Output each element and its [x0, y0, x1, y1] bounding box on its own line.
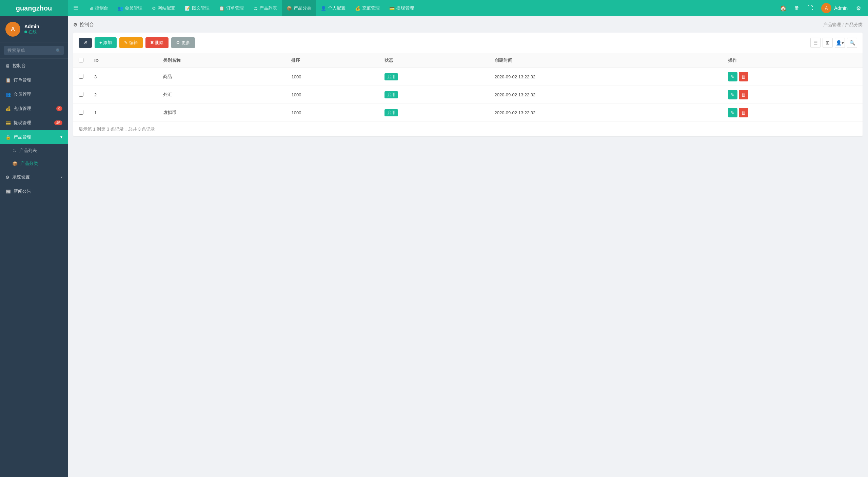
- table-search-icon[interactable]: 🔍: [847, 38, 857, 48]
- home-icon[interactable]: 🏠: [777, 2, 789, 14]
- breadcrumb-left: ⚙ 控制台: [73, 22, 94, 28]
- breadcrumb-current: 产品分类: [845, 22, 863, 28]
- row-checkbox-cell: [73, 86, 89, 104]
- row-created: 2020-09-02 13:22:32: [489, 86, 723, 104]
- edit-row-button[interactable]: ✎: [728, 108, 737, 117]
- list-view-icon[interactable]: ☰: [810, 38, 821, 48]
- search-icon[interactable]: 🔍: [56, 48, 61, 53]
- header-checkbox-col: [73, 53, 89, 68]
- header-actions: 操作: [723, 53, 863, 68]
- row-id: 1: [89, 104, 158, 122]
- nav-item-personal-config[interactable]: 👤 个人配置: [316, 0, 350, 16]
- settings-icon[interactable]: ⚙: [852, 2, 865, 14]
- header-status: 状态: [379, 53, 489, 68]
- row-checkbox[interactable]: [79, 92, 83, 97]
- table-row: 3 商品 1000 启用 2020-09-02 13:22:32 ✎ 🗑: [73, 68, 863, 86]
- table-row: 1 虚拟币 1000 启用 2020-09-02 13:22:32 ✎ 🗑: [73, 104, 863, 122]
- sidebar-item-product-list[interactable]: 🗂 产品列表: [0, 144, 68, 157]
- breadcrumb-separator: /: [842, 22, 844, 27]
- status-badge: 启用: [384, 109, 398, 116]
- toolbar-left: ↺ + 添加 ✎ 编辑 ✖ 删除 ⚙ 更多: [79, 37, 195, 48]
- table-header-row: ID 类别名称 排序 状态 创建时间 操作: [73, 53, 863, 68]
- sidebar-status: 在线: [24, 29, 39, 35]
- row-created: 2020-09-02 13:22:32: [489, 68, 723, 86]
- row-id: 3: [89, 68, 158, 86]
- row-checkbox[interactable]: [79, 74, 83, 79]
- sidebar-item-system-settings[interactable]: ⚙ 系统设置 ‹: [0, 170, 68, 184]
- add-button[interactable]: + 添加: [95, 37, 117, 48]
- nav-item-withdrawal[interactable]: 💳 提现管理: [384, 0, 419, 16]
- refresh-icon: ↺: [83, 40, 87, 45]
- delete-row-button[interactable]: 🗑: [739, 90, 748, 99]
- refresh-button[interactable]: ↺: [79, 38, 92, 48]
- header-name: 类别名称: [158, 53, 286, 68]
- nav-toggle-button[interactable]: ☰: [68, 4, 84, 12]
- sidebar-item-product-category[interactable]: 📦 产品分类: [0, 157, 68, 170]
- delete-row-button[interactable]: 🗑: [739, 72, 748, 81]
- row-checkbox[interactable]: [79, 110, 83, 115]
- status-badge: 启用: [384, 91, 398, 98]
- admin-profile[interactable]: A Admin: [818, 3, 851, 13]
- breadcrumb-product-mgmt[interactable]: 产品管理: [823, 22, 841, 28]
- nav-item-member[interactable]: 👥 会员管理: [113, 0, 147, 16]
- row-actions: ✎ 🗑: [723, 68, 863, 86]
- nav-item-console[interactable]: 🖥 控制台: [84, 0, 113, 16]
- toolbar-right: ☰ ⊞ 👤▾ 🔍: [810, 38, 857, 48]
- row-created: 2020-09-02 13:22:32: [489, 104, 723, 122]
- nav-item-site-config[interactable]: ⚙ 网站配置: [147, 0, 180, 16]
- breadcrumb-right: 产品管理 / 产品分类: [823, 22, 863, 28]
- row-name: 虚拟币: [158, 104, 286, 122]
- edit-row-button[interactable]: ✎: [728, 90, 737, 99]
- edit-row-button[interactable]: ✎: [728, 72, 737, 81]
- table-toolbar: ↺ + 添加 ✎ 编辑 ✖ 删除 ⚙ 更多 ☰: [73, 33, 863, 53]
- row-sort: 1000: [286, 104, 379, 122]
- sidebar-item-recharge[interactable]: 💰 充值管理 0: [0, 101, 68, 116]
- row-checkbox-cell: [73, 68, 89, 86]
- nav-item-product-category[interactable]: 📦 产品分类: [282, 0, 316, 16]
- table-body: 3 商品 1000 启用 2020-09-02 13:22:32 ✎ 🗑 2 外…: [73, 68, 863, 122]
- row-name: 商品: [158, 68, 286, 86]
- nav-item-product-list[interactable]: 🗂 产品列表: [249, 0, 282, 16]
- status-dot: [24, 31, 27, 33]
- search-input[interactable]: [4, 46, 64, 55]
- system-settings-arrow: ‹: [61, 175, 62, 179]
- sidebar-menu: 🖥 控制台 📋 订单管理 👥 会员管理 💰 充值管理 0 💳 提现管理 45: [0, 59, 68, 477]
- edit-button[interactable]: ✎ 编辑: [119, 37, 143, 48]
- select-all-checkbox[interactable]: [79, 58, 83, 62]
- sidebar-item-orders[interactable]: 📋 订单管理: [0, 73, 68, 87]
- nav-item-recharge[interactable]: 💰 充值管理: [350, 0, 384, 16]
- row-sort: 1000: [286, 68, 379, 86]
- nav-item-orders[interactable]: 📋 订单管理: [214, 0, 249, 16]
- delete-row-button[interactable]: 🗑: [739, 108, 748, 117]
- status-badge: 启用: [384, 73, 398, 80]
- row-actions: ✎ 🗑: [723, 104, 863, 122]
- row-status: 启用: [379, 104, 489, 122]
- sidebar-item-news[interactable]: 📰 新闻公告: [0, 184, 68, 198]
- nav-right-actions: 🏠 🗑 ⛶ A Admin ⚙: [777, 2, 868, 14]
- sidebar-avatar: A: [5, 22, 20, 37]
- header-created: 创建时间: [489, 53, 723, 68]
- nav-item-content[interactable]: 📝 图文管理: [180, 0, 214, 16]
- sidebar-item-withdrawal[interactable]: 💳 提现管理 45: [0, 116, 68, 130]
- main-content: ⚙ 控制台 产品管理 / 产品分类 ↺ + 添加: [68, 16, 868, 477]
- row-actions: ✎ 🗑: [723, 86, 863, 104]
- trash-icon[interactable]: 🗑: [791, 2, 803, 14]
- sidebar-item-console[interactable]: 🖥 控制台: [0, 59, 68, 73]
- more-button[interactable]: ⚙ 更多: [171, 37, 195, 48]
- app-logo: guangzhou: [0, 0, 68, 16]
- user-filter-icon[interactable]: 👤▾: [835, 38, 845, 48]
- table-card: ↺ + 添加 ✎ 编辑 ✖ 删除 ⚙ 更多 ☰: [73, 33, 863, 136]
- breadcrumb-icon: ⚙: [73, 22, 78, 27]
- grid-view-icon[interactable]: ⊞: [823, 38, 833, 48]
- breadcrumb-bar: ⚙ 控制台 产品管理 / 产品分类: [73, 22, 863, 28]
- main-layout: A Admin 在线 🔍 🖥 控制台 📋 订单管理: [0, 16, 868, 477]
- sidebar-item-product-mgmt[interactable]: 🔒 产品管理 ▾: [0, 130, 68, 144]
- row-checkbox-cell: [73, 104, 89, 122]
- fullscreen-icon[interactable]: ⛶: [804, 2, 816, 14]
- delete-button[interactable]: ✖ 删除: [145, 37, 169, 48]
- nav-items-list: 🖥 控制台 👥 会员管理 ⚙ 网站配置 📝 图文管理 📋 订单管理 🗂 产品列表…: [84, 0, 777, 16]
- sidebar-username: Admin: [24, 24, 39, 29]
- table-row: 2 外汇 1000 启用 2020-09-02 13:22:32 ✎ 🗑: [73, 86, 863, 104]
- sidebar-user-info: A Admin 在线: [0, 16, 68, 42]
- sidebar-item-members[interactable]: 👥 会员管理: [0, 87, 68, 101]
